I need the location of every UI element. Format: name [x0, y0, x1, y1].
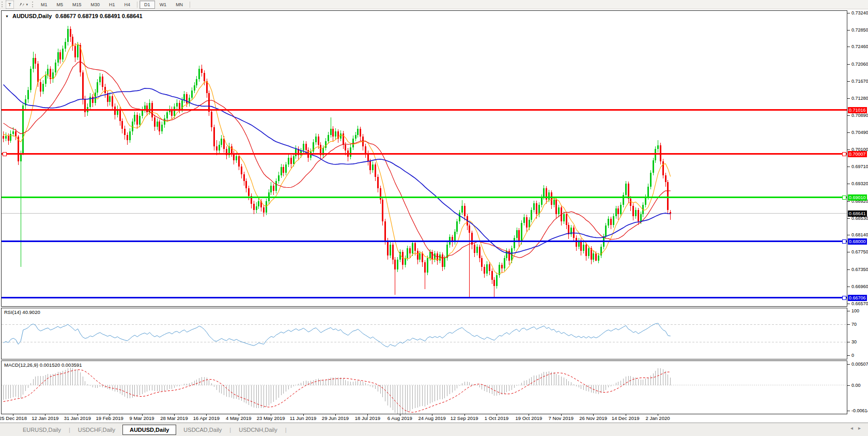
chart-title: ▼ AUDUSD,Daily 0.68677 0.68719 0.68491 0…	[5, 13, 143, 19]
timeframe-button-W1[interactable]: W1	[155, 1, 172, 9]
price-tick-mark	[847, 81, 850, 82]
rsi-tick-label: 70	[851, 322, 868, 327]
date-label: 9 Mar 2019	[130, 415, 154, 421]
price-level-badge: 0.68000	[848, 238, 867, 245]
collapse-triangle-icon[interactable]: ▼	[5, 14, 9, 18]
date-label: 16 Apr 2019	[193, 415, 220, 421]
price-tick-mark	[847, 252, 850, 252]
price-tick-label: 0.72060	[851, 62, 868, 67]
tab-eurusd-daily[interactable]: EURUSD,Daily	[16, 425, 68, 435]
price-tick-label: 0.69320	[851, 181, 868, 187]
text-tool-button[interactable]: T	[6, 1, 14, 9]
date-label: 18 Jul 2019	[355, 415, 380, 421]
date-label: 6 Aug 2019	[388, 415, 412, 421]
date-label: 26 Nov 2019	[579, 415, 607, 421]
line-handle-right[interactable]	[842, 239, 846, 243]
date-label: 24 Aug 2019	[419, 415, 446, 421]
macd-canvas	[2, 361, 847, 414]
rsi-tick-mark	[847, 355, 850, 356]
price-tick-mark	[847, 201, 850, 202]
toolbar-separator	[137, 2, 137, 8]
rsi-tick-mark	[847, 342, 850, 342]
timeframe-button-M15[interactable]: M15	[68, 1, 86, 9]
tab-usdcad-daily[interactable]: USDCAD,Daily	[176, 425, 229, 435]
chart-symbol-label: AUDUSD,Daily	[12, 13, 52, 19]
price-tick-mark	[847, 184, 850, 184]
ma-7-line	[4, 43, 671, 274]
line-handle-right[interactable]	[842, 152, 846, 156]
timeframe-button-H1[interactable]: H1	[104, 1, 120, 9]
rsi-tick-label: 100	[851, 308, 868, 314]
price-tick-mark	[847, 132, 850, 133]
current-price-badge: 0.68641	[848, 211, 867, 217]
price-tick-label: 0.70490	[851, 130, 868, 136]
mt4-window: T ▾ M1M5M15M30H1H4D1W1MN ▼ AUDUSD,Daily …	[0, 0, 868, 436]
date-label: 29 Jun 2019	[322, 415, 349, 421]
date-label: 1 Oct 2019	[485, 415, 508, 421]
line-handle-right[interactable]	[842, 196, 846, 199]
date-label: 25 Dec 2018	[0, 415, 27, 421]
toolbar-grip	[2, 2, 4, 7]
timeframe-button-MN[interactable]: MN	[171, 1, 188, 9]
chart-tab-bar: EURUSD,Daily|USDCHF,DailyAUDUSD,DailyUSD…	[0, 423, 868, 436]
timeframe-button-D1[interactable]: D1	[140, 1, 155, 9]
date-label: 12 Sep 2019	[451, 415, 478, 421]
chart-ohlc-values: 0.68677 0.68719 0.68491 0.68641	[55, 13, 142, 19]
tab-audusd-daily[interactable]: AUDUSD,Daily	[122, 425, 176, 435]
price-tick-mark	[847, 64, 850, 65]
timeframe-button-M5[interactable]: M5	[52, 1, 68, 9]
timeframe-toolbar: M1M5M15M30H1H4D1W1MN	[36, 1, 192, 9]
price-tick-mark	[847, 235, 850, 235]
date-label: 31 Jan 2019	[64, 415, 91, 421]
price-tick-label: 0.67350	[851, 267, 868, 273]
line-handle-right[interactable]	[842, 296, 846, 299]
price-tick-label: 0.66570	[851, 301, 868, 307]
macd-label: MACD(12,26,9) 0.001520 0.003591	[4, 362, 82, 368]
price-tick-label: 0.69710	[851, 164, 868, 170]
price-tick-mark	[847, 218, 850, 219]
toolbar-separator	[190, 2, 190, 8]
tab-separator: |	[69, 427, 70, 433]
date-label: 14 Dec 2019	[612, 415, 640, 421]
price-tick-mark	[847, 98, 850, 99]
price-level-badge: 0.66706	[848, 295, 867, 301]
price-tick-label: 0.67750	[851, 249, 868, 255]
tab-scroll-left-icon[interactable]: ◂	[850, 425, 853, 431]
rsi-tick-label: 30	[851, 339, 868, 345]
rsi-pane[interactable]	[1, 308, 847, 359]
price-tick-mark	[847, 115, 850, 116]
price-tick-mark	[847, 13, 850, 13]
macd-pane[interactable]	[1, 360, 847, 414]
tab-separator: |	[285, 427, 287, 433]
macd-histogram	[4, 368, 671, 414]
price-tick-mark	[847, 149, 850, 150]
price-tick-mark	[847, 167, 850, 167]
price-level-badge: 0.69010	[848, 194, 867, 201]
price-tick-mark	[847, 269, 850, 270]
rsi-tick-label: 0	[851, 353, 868, 358]
price-tick-mark	[847, 304, 850, 304]
toolbar: T ▾ M1M5M15M30H1H4D1W1MN	[0, 0, 868, 9]
timeframe-button-M1[interactable]: M1	[36, 1, 52, 9]
macd-tick-mark	[847, 411, 850, 411]
main-chart-pane[interactable]	[1, 10, 847, 307]
line-handle-left[interactable]	[3, 152, 6, 156]
drawing-tools-button[interactable]: ▾	[17, 1, 30, 8]
tab-usdchf-daily[interactable]: USDCHF,Daily	[71, 425, 122, 435]
price-level-badge: 0.70007	[848, 151, 867, 157]
tab-scroll-right-icon[interactable]: ▸	[858, 425, 861, 431]
rsi-tick-mark	[847, 324, 850, 325]
timeframe-button-M30[interactable]: M30	[86, 1, 105, 9]
date-label: 23 May 2019	[257, 415, 285, 421]
rsi-tick-mark	[847, 311, 850, 311]
tab-usdcnh-daily[interactable]: USDCNH,Daily	[231, 425, 285, 435]
timeframe-button-H4[interactable]: H4	[120, 1, 135, 9]
date-label: 4 May 2019	[226, 415, 252, 421]
rsi-label: RSI(14) 40.9020	[4, 309, 40, 315]
tab-separator: |	[229, 427, 231, 433]
macd-tick-label: 0.00	[851, 383, 868, 388]
date-label: 28 Mar 2019	[160, 415, 188, 421]
price-tick-label: 0.73240	[851, 10, 868, 16]
date-label: 19 Feb 2019	[96, 415, 123, 421]
price-tick-mark	[847, 30, 850, 31]
